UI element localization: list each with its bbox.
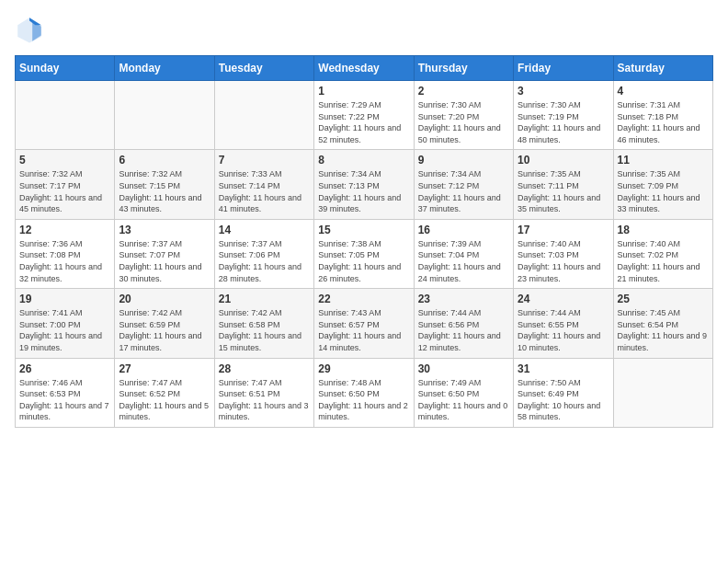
calendar-cell: 14 Sunrise: 7:37 AMSunset: 7:06 PMDaylig…	[214, 219, 313, 288]
day-info: Sunrise: 7:44 AMSunset: 6:56 PMDaylight:…	[418, 307, 509, 353]
calendar-cell: 25 Sunrise: 7:45 AMSunset: 6:54 PMDaylig…	[613, 289, 712, 358]
day-info: Sunrise: 7:43 AMSunset: 6:57 PMDaylight:…	[318, 307, 409, 353]
day-number: 12	[19, 224, 110, 236]
day-number: 8	[318, 154, 409, 167]
day-number: 17	[518, 224, 609, 236]
day-info: Sunrise: 7:37 AMSunset: 7:07 PMDaylight:…	[119, 238, 210, 284]
day-number: 16	[418, 224, 509, 236]
day-number: 14	[219, 224, 310, 236]
header-sunday: Sunday	[16, 56, 115, 81]
calendar-cell: 27 Sunrise: 7:47 AMSunset: 6:52 PMDaylig…	[115, 358, 214, 427]
day-number: 26	[19, 362, 110, 375]
day-info: Sunrise: 7:40 AMSunset: 7:03 PMDaylight:…	[518, 238, 609, 284]
calendar-cell: 3 Sunrise: 7:30 AMSunset: 7:19 PMDayligh…	[514, 81, 613, 150]
day-number: 18	[618, 224, 709, 236]
header-tuesday: Tuesday	[214, 56, 313, 81]
calendar-cell: 12 Sunrise: 7:36 AMSunset: 7:08 PMDaylig…	[16, 219, 115, 288]
day-info: Sunrise: 7:44 AMSunset: 6:55 PMDaylight:…	[518, 307, 609, 353]
logo	[15, 15, 48, 44]
calendar-cell: 5 Sunrise: 7:32 AMSunset: 7:17 PMDayligh…	[16, 150, 115, 219]
day-info: Sunrise: 7:42 AMSunset: 6:58 PMDaylight:…	[219, 307, 310, 353]
day-info: Sunrise: 7:34 AMSunset: 7:12 PMDaylight:…	[418, 168, 509, 214]
calendar-cell: 4 Sunrise: 7:31 AMSunset: 7:18 PMDayligh…	[613, 81, 712, 150]
calendar-cell: 15 Sunrise: 7:38 AMSunset: 7:05 PMDaylig…	[314, 219, 414, 288]
calendar-cell: 19 Sunrise: 7:41 AMSunset: 7:00 PMDaylig…	[16, 289, 115, 358]
day-number: 2	[418, 85, 509, 98]
day-info: Sunrise: 7:30 AMSunset: 7:20 PMDaylight:…	[418, 99, 509, 145]
calendar-cell: 24 Sunrise: 7:44 AMSunset: 6:55 PMDaylig…	[514, 289, 613, 358]
calendar-cell: 29 Sunrise: 7:48 AMSunset: 6:50 PMDaylig…	[314, 358, 414, 427]
calendar-cell: 9 Sunrise: 7:34 AMSunset: 7:12 PMDayligh…	[414, 150, 513, 219]
day-info: Sunrise: 7:50 AMSunset: 6:49 PMDaylight:…	[518, 377, 609, 423]
day-number: 21	[219, 293, 310, 305]
day-info: Sunrise: 7:34 AMSunset: 7:13 PMDaylight:…	[318, 168, 409, 214]
day-info: Sunrise: 7:35 AMSunset: 7:11 PMDaylight:…	[518, 168, 609, 214]
day-info: Sunrise: 7:32 AMSunset: 7:15 PMDaylight:…	[119, 168, 210, 214]
calendar-table: SundayMondayTuesdayWednesdayThursdayFrid…	[15, 55, 713, 428]
day-number: 25	[618, 293, 709, 305]
week-row-2: 5 Sunrise: 7:32 AMSunset: 7:17 PMDayligh…	[16, 150, 713, 219]
day-number: 13	[119, 224, 210, 236]
day-number: 23	[418, 293, 509, 305]
day-info: Sunrise: 7:33 AMSunset: 7:14 PMDaylight:…	[219, 168, 310, 214]
week-row-4: 19 Sunrise: 7:41 AMSunset: 7:00 PMDaylig…	[16, 289, 713, 358]
calendar-cell	[214, 81, 313, 150]
calendar-cell: 31 Sunrise: 7:50 AMSunset: 6:49 PMDaylig…	[514, 358, 613, 427]
page-header	[15, 15, 713, 44]
day-number: 3	[518, 85, 609, 98]
day-number: 27	[119, 362, 210, 375]
calendar-cell: 20 Sunrise: 7:42 AMSunset: 6:59 PMDaylig…	[115, 289, 214, 358]
day-info: Sunrise: 7:47 AMSunset: 6:51 PMDaylight:…	[219, 377, 310, 423]
day-number: 19	[19, 293, 110, 305]
day-info: Sunrise: 7:31 AMSunset: 7:18 PMDaylight:…	[618, 99, 709, 145]
day-info: Sunrise: 7:48 AMSunset: 6:50 PMDaylight:…	[318, 377, 409, 423]
day-info: Sunrise: 7:39 AMSunset: 7:04 PMDaylight:…	[418, 238, 509, 284]
day-number: 15	[318, 224, 409, 236]
calendar-cell: 16 Sunrise: 7:39 AMSunset: 7:04 PMDaylig…	[414, 219, 513, 288]
logo-icon	[15, 15, 44, 44]
day-info: Sunrise: 7:47 AMSunset: 6:52 PMDaylight:…	[119, 377, 210, 423]
week-row-3: 12 Sunrise: 7:36 AMSunset: 7:08 PMDaylig…	[16, 219, 713, 288]
calendar-cell: 1 Sunrise: 7:29 AMSunset: 7:22 PMDayligh…	[314, 81, 414, 150]
calendar-cell: 8 Sunrise: 7:34 AMSunset: 7:13 PMDayligh…	[314, 150, 414, 219]
day-info: Sunrise: 7:42 AMSunset: 6:59 PMDaylight:…	[119, 307, 210, 353]
day-info: Sunrise: 7:30 AMSunset: 7:19 PMDaylight:…	[518, 99, 609, 145]
calendar-cell: 13 Sunrise: 7:37 AMSunset: 7:07 PMDaylig…	[115, 219, 214, 288]
day-info: Sunrise: 7:35 AMSunset: 7:09 PMDaylight:…	[618, 168, 709, 214]
day-number: 24	[518, 293, 609, 305]
header-thursday: Thursday	[414, 56, 513, 81]
calendar-cell: 30 Sunrise: 7:49 AMSunset: 6:50 PMDaylig…	[414, 358, 513, 427]
header-friday: Friday	[514, 56, 613, 81]
day-number: 9	[418, 154, 509, 167]
day-number: 7	[219, 154, 310, 167]
day-info: Sunrise: 7:45 AMSunset: 6:54 PMDaylight:…	[618, 307, 709, 353]
day-info: Sunrise: 7:32 AMSunset: 7:17 PMDaylight:…	[19, 168, 110, 214]
header-wednesday: Wednesday	[314, 56, 414, 81]
day-info: Sunrise: 7:37 AMSunset: 7:06 PMDaylight:…	[219, 238, 310, 284]
day-info: Sunrise: 7:36 AMSunset: 7:08 PMDaylight:…	[19, 238, 110, 284]
calendar-cell	[613, 358, 712, 427]
calendar-cell: 2 Sunrise: 7:30 AMSunset: 7:20 PMDayligh…	[414, 81, 513, 150]
day-number: 11	[618, 154, 709, 167]
calendar-cell: 21 Sunrise: 7:42 AMSunset: 6:58 PMDaylig…	[214, 289, 313, 358]
calendar-cell: 23 Sunrise: 7:44 AMSunset: 6:56 PMDaylig…	[414, 289, 513, 358]
day-number: 6	[119, 154, 210, 167]
day-info: Sunrise: 7:38 AMSunset: 7:05 PMDaylight:…	[318, 238, 409, 284]
calendar-cell: 28 Sunrise: 7:47 AMSunset: 6:51 PMDaylig…	[214, 358, 313, 427]
day-number: 28	[219, 362, 310, 375]
day-number: 5	[19, 154, 110, 167]
calendar-cell	[16, 81, 115, 150]
calendar-body: 1 Sunrise: 7:29 AMSunset: 7:22 PMDayligh…	[16, 81, 713, 428]
calendar-cell: 26 Sunrise: 7:46 AMSunset: 6:53 PMDaylig…	[16, 358, 115, 427]
day-number: 1	[318, 85, 409, 98]
calendar-cell: 11 Sunrise: 7:35 AMSunset: 7:09 PMDaylig…	[613, 150, 712, 219]
calendar-cell	[115, 81, 214, 150]
calendar-cell: 22 Sunrise: 7:43 AMSunset: 6:57 PMDaylig…	[314, 289, 414, 358]
week-row-1: 1 Sunrise: 7:29 AMSunset: 7:22 PMDayligh…	[16, 81, 713, 150]
day-number: 31	[518, 362, 609, 375]
day-number: 22	[318, 293, 409, 305]
day-number: 4	[618, 85, 709, 98]
calendar-cell: 10 Sunrise: 7:35 AMSunset: 7:11 PMDaylig…	[514, 150, 613, 219]
calendar-cell: 17 Sunrise: 7:40 AMSunset: 7:03 PMDaylig…	[514, 219, 613, 288]
day-info: Sunrise: 7:29 AMSunset: 7:22 PMDaylight:…	[318, 99, 409, 145]
